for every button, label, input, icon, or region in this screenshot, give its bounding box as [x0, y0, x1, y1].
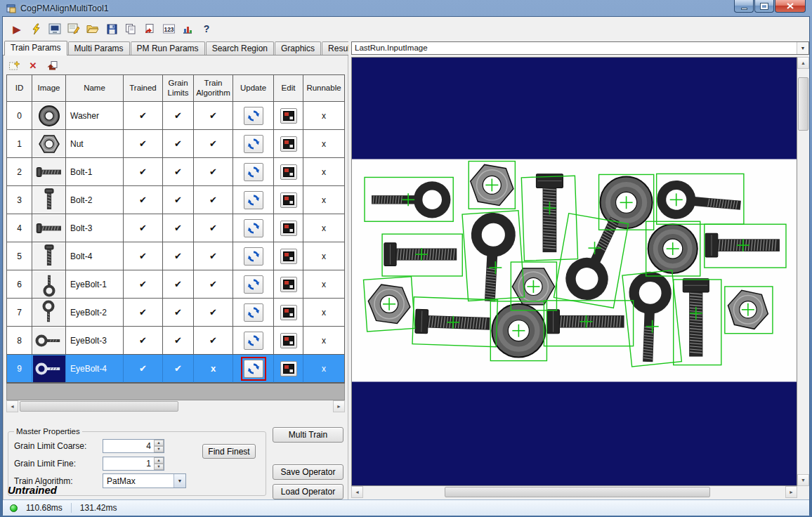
tab-graphics[interactable]: Graphics — [275, 41, 321, 55]
scroll-track[interactable] — [797, 69, 809, 474]
update-button[interactable] — [244, 163, 263, 181]
help-icon: ? — [204, 24, 210, 34]
update-button[interactable] — [244, 275, 263, 294]
train-status-text: Untrained — [8, 484, 57, 496]
train-algorithm-select[interactable]: PatMax ▼ — [103, 473, 186, 488]
numeric-button[interactable]: 123 — [160, 20, 177, 37]
cell-image — [32, 214, 66, 242]
delete-pattern-button[interactable]: ✕ — [25, 58, 41, 72]
status-divider — [71, 503, 72, 513]
tab-pm-run-params[interactable]: PM Run Params — [131, 41, 205, 55]
table-row[interactable]: 4Bolt-3✔✔✔x — [7, 214, 344, 242]
edit-button[interactable] — [280, 333, 297, 348]
maximize-button[interactable] — [754, 0, 774, 13]
cell-train-algorithm: ✔ — [194, 299, 233, 327]
edit-button[interactable] — [280, 249, 297, 264]
chevron-down-icon[interactable]: ▼ — [797, 42, 808, 54]
edit-button[interactable] — [280, 277, 297, 292]
cell-edit — [274, 355, 303, 383]
cell-name: EyeBolt-4 — [66, 355, 124, 383]
update-button[interactable] — [244, 360, 263, 378]
table-row[interactable]: 3Bolt-2✔✔✔x — [7, 186, 344, 214]
edit-button[interactable] — [280, 164, 297, 180]
display-vscrollbar[interactable]: ▲ ▼ — [797, 57, 809, 486]
table-row[interactable]: 5Bolt-4✔✔✔x — [7, 242, 344, 270]
stepper-up-icon[interactable]: ▲ — [154, 440, 164, 446]
scroll-thumb[interactable] — [445, 487, 710, 497]
scroll-left-arrow[interactable]: ◄ — [351, 486, 363, 498]
update-button[interactable] — [244, 135, 263, 153]
grid-hscrollbar[interactable]: ◄ ► — [6, 400, 345, 412]
help-button[interactable]: ? — [198, 20, 215, 37]
scroll-thumb[interactable] — [20, 401, 178, 412]
load-operator-button[interactable]: Load Operator — [273, 484, 343, 499]
tab-search-region[interactable]: Search Region — [206, 41, 274, 55]
save-operator-button[interactable]: Save Operator — [273, 464, 343, 480]
copy-button[interactable] — [122, 20, 139, 37]
bottom-controls: Master Properties Grain Limit Coarse: 4 … — [6, 427, 345, 500]
grain-fine-value[interactable]: 1 — [103, 457, 154, 470]
edit-pattern-icon — [283, 336, 294, 346]
update-button[interactable] — [244, 191, 263, 209]
group-title: Master Properties — [14, 427, 82, 436]
table-row[interactable]: 1Nut✔✔✔x — [7, 130, 344, 158]
image-display[interactable] — [351, 57, 797, 486]
cell-name: Bolt-2 — [66, 186, 124, 214]
stepper-down-icon[interactable]: ▼ — [154, 464, 164, 470]
scroll-thumb[interactable] — [798, 77, 808, 131]
edit-button[interactable] — [280, 136, 297, 152]
update-button[interactable] — [244, 219, 263, 237]
edit-button[interactable] — [280, 305, 297, 320]
edit-button[interactable] — [280, 108, 297, 124]
scroll-right-arrow[interactable]: ► — [333, 400, 345, 412]
grain-fine-stepper[interactable]: 1 ▲ ▼ — [103, 457, 164, 471]
table-row[interactable]: 9EyeBolt-4✔✔xx — [7, 355, 344, 383]
table-row[interactable]: 2Bolt-1✔✔✔x — [7, 158, 344, 186]
scroll-track[interactable] — [363, 486, 785, 498]
stepper-down-icon[interactable]: ▼ — [154, 446, 164, 452]
table-row[interactable]: 0Washer✔✔✔x — [7, 102, 344, 130]
table-row[interactable]: 6EyeBolt-1✔✔✔x — [7, 270, 344, 299]
maximize-icon — [761, 4, 768, 9]
save-button[interactable] — [103, 20, 120, 37]
cell-edit — [274, 242, 303, 270]
new-pattern-button[interactable] — [6, 58, 22, 72]
update-button[interactable] — [244, 247, 263, 266]
scroll-track[interactable] — [18, 400, 333, 412]
scroll-right-arrow[interactable]: ► — [785, 486, 797, 498]
grain-coarse-value[interactable]: 4 — [103, 440, 154, 452]
tab-multi-params[interactable]: Multi Params — [68, 41, 130, 55]
reset-button[interactable] — [141, 20, 158, 37]
chart-button[interactable] — [179, 20, 196, 37]
open-button[interactable] — [84, 20, 101, 37]
cell-train-algorithm: ✔ — [194, 242, 233, 270]
edit-button[interactable] — [280, 361, 297, 377]
grain-coarse-stepper[interactable]: 4 ▲ ▼ — [103, 439, 164, 453]
stepper-up-icon[interactable]: ▲ — [154, 457, 164, 464]
run-button[interactable]: ▶ — [8, 20, 25, 37]
edit-pattern-icon — [283, 308, 294, 318]
update-button[interactable] — [244, 332, 263, 350]
tab-train-params[interactable]: Train Params — [4, 41, 67, 55]
minimize-button[interactable] — [734, 0, 754, 13]
edit-button[interactable] — [280, 221, 297, 236]
scroll-up-arrow[interactable]: ▲ — [797, 57, 809, 69]
image-selector-combo[interactable]: LastRun.InputImage ▼ — [351, 41, 809, 55]
edit-button[interactable] — [280, 192, 297, 208]
scroll-left-arrow[interactable]: ◄ — [6, 400, 18, 412]
scroll-down-arrow[interactable]: ▼ — [797, 474, 809, 486]
update-button[interactable] — [244, 107, 263, 125]
close-button[interactable] — [775, 0, 806, 13]
find-finest-button[interactable]: Find Finest — [202, 444, 256, 459]
chevron-down-icon[interactable]: ▼ — [173, 474, 185, 487]
table-row[interactable]: 7EyeBolt-2✔✔✔x — [7, 299, 344, 327]
multi-train-button[interactable]: Multi Train — [273, 427, 343, 443]
tool-display-button[interactable] — [46, 20, 63, 37]
live-button[interactable] — [27, 20, 44, 37]
table-row[interactable]: 8EyeBolt-3✔✔✔x — [7, 327, 344, 355]
import-pattern-button[interactable] — [44, 58, 60, 72]
tool-edit-button[interactable] — [65, 20, 82, 37]
display-hscrollbar[interactable]: ◄ ► — [351, 486, 809, 498]
update-button[interactable] — [244, 303, 263, 322]
update-wrap — [241, 301, 266, 325]
